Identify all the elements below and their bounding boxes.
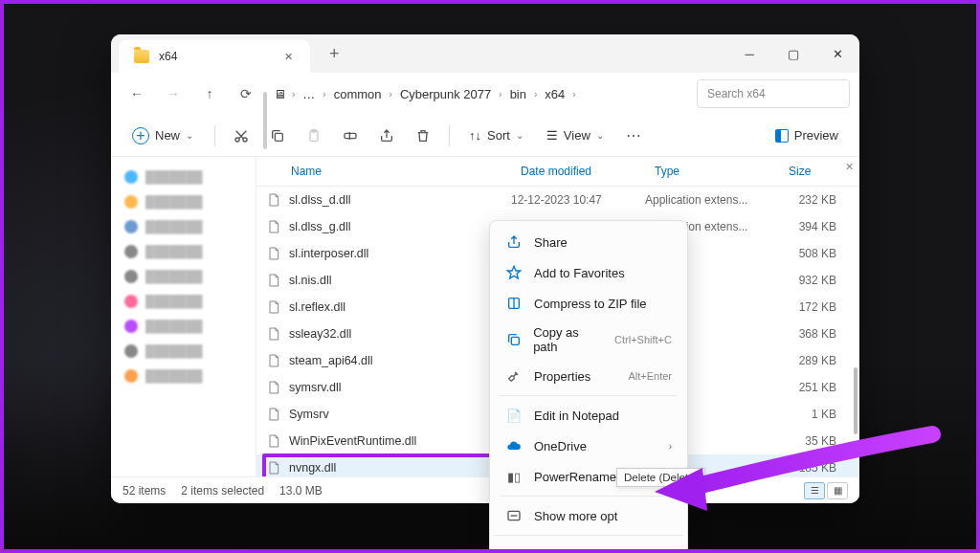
search-input[interactable]: Search x64 [697, 79, 850, 108]
file-size: 185 KB [779, 461, 846, 475]
file-explorer-window: x64 ✕ + ─ ▢ ✕ ← → ↑ ⟳ 🖥 › … › common › C… [111, 34, 859, 503]
file-name: steam_api64.dll [289, 354, 511, 367]
sidebar-item[interactable]: ███████ [115, 289, 252, 314]
ctx-share-button[interactable] [611, 542, 639, 553]
svg-rect-2 [275, 133, 282, 141]
file-name: WinPixEventRuntime.dll [289, 434, 511, 448]
forward-button[interactable]: → [157, 78, 189, 109]
sidebar-item[interactable]: ███████ [115, 239, 252, 264]
file-icon [266, 380, 281, 395]
close-icon[interactable]: ✕ [281, 50, 295, 63]
more-icon [505, 507, 523, 524]
file-name: sl.nis.dll [289, 274, 511, 287]
file-size: 35 KB [779, 434, 846, 448]
ellipsis-icon[interactable]: … [301, 83, 317, 105]
ctx-cut-button[interactable] [501, 542, 530, 553]
selection-count: 2 items selected [181, 484, 264, 498]
ctx-show-more[interactable]: Show more opt [494, 500, 683, 531]
file-icon [266, 326, 281, 342]
paste-button[interactable] [300, 122, 328, 150]
context-menu: Share Add to Favorites Compress to ZIP f… [489, 220, 688, 553]
ctx-favorites[interactable]: Add to Favorites [494, 257, 683, 288]
up-button[interactable]: ↑ [193, 78, 226, 109]
tab-title: x64 [159, 50, 272, 63]
sidebar: ████████████████████████████████████████… [111, 157, 256, 476]
file-name: sl.reflex.dll [289, 300, 511, 314]
svg-point-1 [243, 138, 247, 142]
sidebar-item[interactable]: ███████ [115, 189, 252, 214]
star-icon [505, 264, 523, 281]
ctx-notepad[interactable]: 📄 Edit in Notepad [494, 400, 683, 431]
column-date[interactable]: Date modified [515, 161, 649, 182]
cut-button[interactable] [227, 122, 256, 150]
share-icon [505, 233, 523, 251]
new-button[interactable]: + New ⌄ [122, 123, 203, 148]
file-icon [266, 219, 281, 234]
column-size[interactable]: Size [783, 161, 850, 182]
cloud-icon [505, 437, 523, 454]
ctx-share[interactable]: Share [494, 227, 683, 257]
column-type[interactable]: Type [649, 161, 783, 182]
breadcrumb-item[interactable]: Cyberpunk 2077 [398, 83, 493, 105]
sort-button[interactable]: ↑↓ Sort ⌄ [461, 124, 531, 146]
copy-path-icon [505, 331, 522, 348]
sidebar-item[interactable]: ███████ [115, 339, 252, 364]
tooltip-delete: Delete (Delete) [616, 468, 705, 487]
delete-button[interactable] [409, 122, 437, 150]
back-button[interactable]: ← [121, 78, 153, 109]
column-name[interactable]: Name [285, 161, 515, 182]
file-icon [266, 246, 281, 261]
preview-button[interactable]: Preview [766, 124, 848, 146]
copy-button[interactable] [263, 122, 292, 150]
file-icon [266, 407, 281, 422]
refresh-button[interactable]: ⟳ [230, 78, 262, 109]
file-size: 172 KB [779, 300, 846, 314]
file-name: ssleay32.dll [289, 327, 511, 341]
sidebar-item[interactable]: ███████ [115, 364, 252, 388]
breadcrumb-item[interactable]: bin [508, 83, 528, 105]
tab-x64[interactable]: x64 ✕ [119, 40, 310, 73]
ctx-onedrive[interactable]: OneDrive › [494, 431, 683, 461]
sidebar-item[interactable]: ███████ [115, 214, 252, 239]
rename-button[interactable] [336, 122, 365, 150]
svg-rect-7 [511, 337, 519, 344]
powerrename-icon: ▮▯ [505, 468, 523, 485]
selection-size: 13.0 MB [279, 484, 323, 498]
sidebar-item[interactable]: ███████ [115, 165, 252, 189]
file-icon [266, 299, 281, 315]
file-name: symsrv.dll [289, 381, 511, 394]
zip-icon [505, 295, 523, 312]
file-size: 368 KB [779, 327, 846, 341]
ctx-delete-button[interactable] [647, 542, 676, 553]
ctx-rename-button[interactable] [574, 542, 603, 553]
share-button[interactable] [372, 122, 401, 150]
view-icon: ☰ [546, 128, 558, 143]
svg-point-0 [235, 138, 239, 142]
chevron-down-icon: ⌄ [186, 130, 193, 141]
sidebar-item[interactable]: ███████ [115, 314, 252, 339]
ctx-properties[interactable]: Properties Alt+Enter [494, 361, 683, 391]
breadcrumb-item[interactable]: x64 [543, 83, 567, 105]
maximize-button[interactable]: ▢ [771, 34, 815, 73]
more-button[interactable]: ⋯ [619, 122, 648, 150]
minimize-button[interactable]: ─ [727, 34, 771, 73]
table-row[interactable]: sl.dlss_d.dll 12-12-2023 10:47 Applicati… [256, 187, 859, 213]
sidebar-item[interactable]: ███████ [115, 264, 252, 289]
file-size: 251 KB [779, 381, 846, 394]
details-view-button[interactable]: ☰ [804, 482, 825, 499]
close-button[interactable]: ✕ [815, 34, 859, 73]
ctx-compress[interactable]: Compress to ZIP file [494, 288, 683, 319]
breadcrumb-item[interactable]: common [332, 83, 384, 105]
icons-view-button[interactable]: ▦ [827, 482, 848, 499]
file-icon [266, 460, 281, 476]
scrollbar[interactable] [852, 186, 858, 476]
file-size: 1 KB [779, 408, 846, 421]
toolbar: + New ⌄ ↑↓ Sort ⌄ ☰ View ⌄ ⋯ Preview [111, 115, 859, 157]
ctx-copy-button[interactable] [538, 542, 567, 553]
ctx-copy-path[interactable]: Copy as path Ctrl+Shift+C [494, 319, 683, 361]
close-icon[interactable]: ✕ [845, 161, 854, 173]
file-size: 289 KB [779, 354, 846, 367]
view-button[interactable]: ☰ View ⌄ [539, 124, 612, 146]
breadcrumb[interactable]: 🖥 › … › common › Cyberpunk 2077 › bin › … [266, 83, 693, 105]
new-tab-button[interactable]: + [320, 44, 349, 64]
